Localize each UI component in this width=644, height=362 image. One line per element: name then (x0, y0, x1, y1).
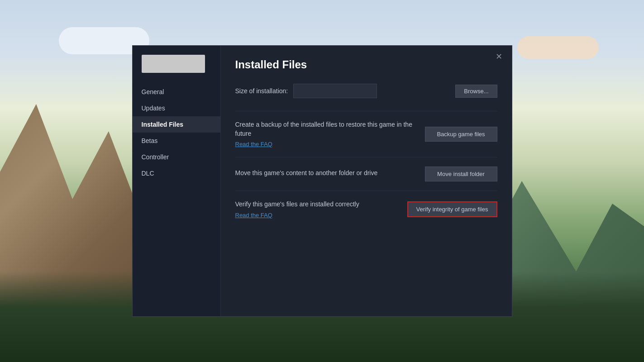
action-faq-backup[interactable]: Read the FAQ (235, 141, 272, 148)
action-faq-verify[interactable]: Read the FAQ (235, 212, 272, 219)
install-size-label: Size of installation: (235, 87, 288, 95)
sidebar-item-general[interactable]: General (133, 84, 220, 100)
action-row-backup: Create a backup of the installed files t… (235, 111, 497, 157)
action-button-backup[interactable]: Backup game files (425, 127, 497, 142)
install-size-row: Size of installation: Browse... (235, 84, 497, 98)
actions-container: Create a backup of the installed files t… (235, 111, 497, 228)
action-description-backup: Create a backup of the installed files t… (235, 120, 414, 138)
sidebar-item-installed-files[interactable]: Installed Files (133, 116, 220, 133)
action-info-backup: Create a backup of the installed files t… (235, 120, 414, 148)
sidebar-item-betas[interactable]: Betas (133, 133, 220, 149)
sidebar-item-dlc[interactable]: DLC (133, 165, 220, 181)
close-button[interactable]: ✕ (494, 51, 505, 62)
action-button-verify[interactable]: Verify integrity of game files (407, 201, 497, 217)
action-info-move: Move this game's content to another fold… (235, 169, 414, 180)
sidebar-logo (142, 55, 205, 73)
install-size-input[interactable] (293, 84, 377, 98)
action-button-move[interactable]: Move install folder (425, 167, 497, 181)
action-description-verify: Verify this game's files are installed c… (235, 200, 396, 209)
modal-overlay: ✕ General Updates Installed Files Betas … (0, 0, 644, 362)
action-row-verify: Verify this game's files are installed c… (235, 191, 497, 228)
action-description-move: Move this game's content to another fold… (235, 169, 414, 178)
main-content: Installed Files Size of installation: Br… (221, 46, 512, 316)
sidebar: General Updates Installed Files Betas Co… (133, 46, 221, 316)
page-title: Installed Files (235, 58, 497, 71)
modal-window: ✕ General Updates Installed Files Betas … (132, 45, 512, 317)
browse-button[interactable]: Browse... (455, 85, 497, 98)
sidebar-item-controller[interactable]: Controller (133, 149, 220, 165)
action-row-move: Move this game's content to another fold… (235, 157, 497, 191)
action-info-verify: Verify this game's files are installed c… (235, 200, 396, 219)
sidebar-item-updates[interactable]: Updates (133, 100, 220, 116)
